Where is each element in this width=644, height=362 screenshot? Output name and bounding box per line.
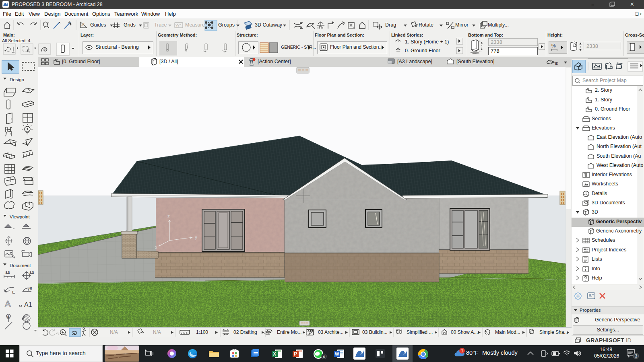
svg-text:P: P <box>294 351 297 357</box>
svg-text:A: A <box>5 299 11 309</box>
svg-text:Viewpoint: Viewpoint <box>10 214 30 219</box>
svg-text:12: 12 <box>176 25 179 28</box>
svg-text:z: z <box>167 214 170 219</box>
svg-text:3: 3 <box>635 354 638 358</box>
svg-text:x: x <box>155 245 157 250</box>
svg-text:y: y <box>195 234 197 240</box>
svg-text:1: 1 <box>461 349 464 353</box>
svg-text:6: 6 <box>323 355 325 359</box>
svg-text:W: W <box>335 352 339 356</box>
svg-text:1.2: 1.2 <box>30 271 34 274</box>
svg-text:%: % <box>551 43 556 49</box>
svg-text:α: α <box>30 286 32 290</box>
svg-text:1: 1 <box>8 315 10 319</box>
svg-text:Document: Document <box>10 263 31 268</box>
svg-text:X: X <box>273 351 276 357</box>
svg-text:A1: A1 <box>24 301 32 308</box>
svg-text:1.2: 1.2 <box>6 271 10 274</box>
svg-text:◧: ◧ <box>555 62 558 65</box>
svg-text:Design: Design <box>10 77 24 82</box>
svg-text:∟: ∟ <box>12 290 15 294</box>
